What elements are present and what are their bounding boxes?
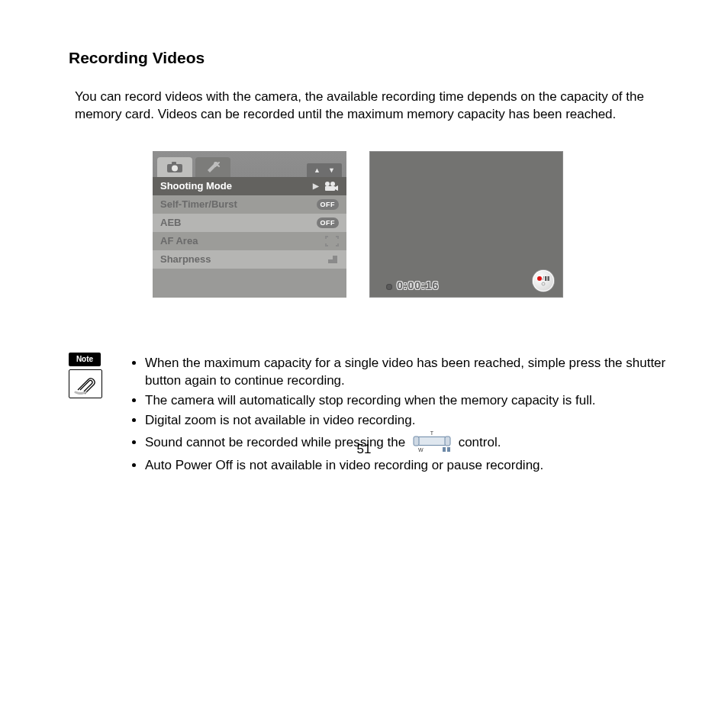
screenshot-row: ▲ ▼ Shooting Mode ▶ bbox=[153, 151, 682, 298]
note-item: Digital zoom is not available in video r… bbox=[145, 412, 682, 430]
svg-point-3 bbox=[325, 182, 330, 186]
menu-label: AF Area bbox=[160, 234, 198, 248]
paperclip-icon bbox=[73, 373, 98, 395]
off-badge: OFF bbox=[317, 217, 340, 228]
menu-label: AEB bbox=[160, 216, 181, 230]
page-title: Recording Videos bbox=[69, 47, 682, 69]
recording-screenshot: 0:00:16 / bbox=[369, 151, 563, 298]
sharpness-icon bbox=[327, 254, 339, 265]
wrench-icon bbox=[205, 161, 221, 173]
video-mode-icon bbox=[324, 181, 339, 192]
tab-tools bbox=[195, 157, 230, 177]
menu-row-sharpness: Sharpness bbox=[153, 250, 346, 269]
tab-camera bbox=[157, 157, 192, 177]
menu-row-shooting-mode: Shooting Mode ▶ bbox=[153, 177, 346, 195]
af-area-icon bbox=[325, 236, 339, 246]
record-indicator-icon bbox=[386, 284, 392, 290]
page: Recording Videos You can record videos w… bbox=[0, 0, 728, 477]
menu-row-self-timer: Self-Timer/Burst OFF bbox=[153, 195, 346, 214]
menu-list: Shooting Mode ▶ Self-Timer/Burst OFF bbox=[153, 177, 346, 269]
menu-label: Sharpness bbox=[160, 253, 211, 266]
recording-time: 0:00:16 bbox=[397, 279, 439, 293]
menu-tabbar: ▲ ▼ bbox=[153, 151, 346, 177]
camera-icon bbox=[166, 161, 183, 173]
svg-point-6 bbox=[537, 276, 542, 281]
menu-screenshot: ▲ ▼ Shooting Mode ▶ bbox=[153, 151, 346, 298]
arrow-down-icon: ▼ bbox=[328, 166, 335, 175]
menu-row-af-area: AF Area bbox=[153, 232, 346, 250]
svg-rect-9 bbox=[548, 276, 549, 281]
note-item: Auto Power Off is not available in video… bbox=[145, 457, 682, 475]
paperclip-box bbox=[69, 369, 102, 398]
svg-text:T: T bbox=[430, 430, 434, 436]
svg-text:/: / bbox=[543, 275, 544, 281]
note-label: Note bbox=[69, 353, 101, 366]
chevron-right-icon: ▶ bbox=[313, 181, 319, 192]
off-badge: OFF bbox=[317, 199, 340, 210]
intro-paragraph: You can record videos with the camera, t… bbox=[75, 89, 670, 124]
page-number: 51 bbox=[0, 441, 728, 459]
svg-rect-5 bbox=[325, 186, 335, 191]
note-item: The camera will automatically stop recor… bbox=[145, 392, 682, 410]
svg-rect-1 bbox=[172, 162, 176, 165]
svg-point-4 bbox=[330, 182, 335, 186]
menu-row-aeb: AEB OFF bbox=[153, 214, 346, 232]
svg-point-2 bbox=[172, 166, 178, 172]
menu-footer bbox=[153, 269, 346, 298]
arrow-up-icon: ▲ bbox=[314, 166, 321, 175]
nav-arrows: ▲ ▼ bbox=[307, 163, 342, 177]
record-pause-button-icon: / bbox=[533, 270, 554, 292]
menu-label: Shooting Mode bbox=[160, 179, 232, 193]
menu-label: Self-Timer/Burst bbox=[160, 198, 237, 211]
svg-rect-8 bbox=[545, 276, 546, 281]
svg-point-10 bbox=[542, 282, 545, 285]
note-item: When the maximum capacity for a single v… bbox=[145, 355, 682, 390]
